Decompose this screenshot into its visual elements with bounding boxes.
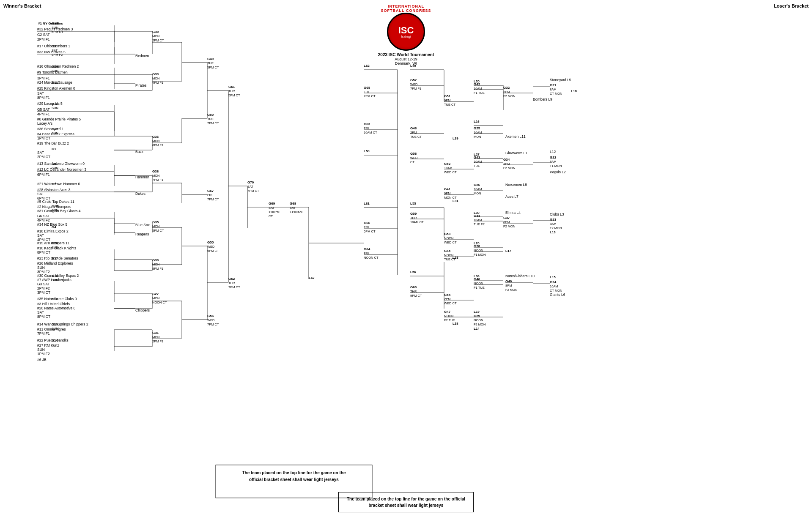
svg-text:L62: L62 [364, 64, 370, 68]
svg-text:SUN: SUN [52, 278, 58, 282]
page-container: Winner's Bracket Loser's Bracket INTERNA… [0, 0, 812, 525]
svg-text:G12: G12 [52, 102, 58, 106]
svg-text:Glowworm L1: Glowworm L1 [505, 151, 527, 155]
svg-text:L19: L19 [474, 310, 480, 314]
svg-text:G6    SAT: G6 SAT [37, 214, 50, 218]
svg-text:G50: G50 [207, 113, 214, 117]
svg-text:5PM    CT: 5PM CT [207, 249, 219, 253]
svg-text:G62: G62 [228, 277, 235, 281]
svg-text:#16 Ohsweken Redmen 2: #16 Ohsweken Redmen 2 [37, 64, 79, 68]
svg-text:L16: L16 [474, 120, 480, 123]
svg-text:TUE: TUE [207, 61, 214, 65]
svg-text:#21 Waterdown Hammer 6: #21 Waterdown Hammer 6 [37, 182, 80, 186]
svg-text:MON: MON [152, 139, 160, 143]
svg-text:SAT: SAT [37, 233, 44, 238]
svg-text:#12 LC Ostrander Norsemen 3: #12 LC Ostrander Norsemen 3 [37, 167, 86, 172]
svg-text:10AM: 10AM [550, 284, 558, 288]
svg-text:#29 Lacey A's 5: #29 Lacey A's 5 [37, 101, 63, 106]
svg-text:#1 NY Gremlins: #1 NY Gremlins [38, 22, 63, 25]
svg-text:2PM: 2PM [503, 90, 510, 94]
svg-text:THR: THR [228, 89, 235, 93]
svg-text:Giants L6: Giants L6 [550, 293, 565, 297]
svg-text:NOON: NOON [474, 318, 483, 322]
svg-text:8PM: 8PM [505, 284, 512, 287]
svg-text:NOON: NOON [444, 253, 454, 257]
svg-text:2PM    F1: 2PM F1 [152, 339, 163, 343]
svg-text:10AM: 10AM [474, 131, 482, 134]
svg-text:G14: G14 [52, 339, 58, 342]
svg-text:G48: G48 [410, 126, 417, 130]
svg-text:#31 Georgian Bay Giants 4: #31 Georgian Bay Giants 4 [37, 209, 81, 213]
svg-text:G35: G35 [152, 220, 159, 224]
bracket-svg: #1 NY Gremlins #32 Peguis Redmen 3 G2 SA… [0, 0, 812, 525]
svg-text:10AM: 10AM [474, 87, 482, 90]
svg-text:Reapers: Reapers [135, 232, 149, 236]
svg-text:WED: WED [207, 318, 215, 322]
svg-text:WED    CT: WED CT [444, 301, 457, 305]
svg-text:SUN: SUN [52, 246, 58, 249]
svg-text:L49: L49 [410, 64, 416, 68]
svg-text:Dukes: Dukes [135, 191, 145, 196]
svg-text:official bracket sheet shall w: official bracket sheet shall wear light … [249, 477, 339, 482]
svg-text:G60: G60 [410, 285, 417, 289]
svg-text:G5    SAT: G5 SAT [37, 107, 50, 112]
svg-text:SAT: SAT [269, 206, 274, 210]
svg-text:9PM: 9PM [444, 98, 450, 102]
svg-text:G29: G29 [474, 314, 480, 318]
svg-text:L18: L18 [571, 89, 577, 93]
svg-text:L14: L14 [474, 327, 480, 331]
svg-text:Aces L7: Aces L7 [505, 194, 518, 199]
svg-text:G66: G66 [364, 221, 370, 225]
svg-text:NOON    CT: NOON CT [364, 256, 379, 260]
svg-text:TUE    CT: TUE CT [444, 257, 456, 261]
svg-text:10AM    CT: 10AM CT [410, 220, 424, 224]
svg-text:3PM    CT: 3PM CT [37, 290, 50, 295]
svg-text:The team placed on the top lin: The team placed on the top line for the … [242, 470, 346, 475]
svg-text:G37: G37 [503, 216, 510, 220]
svg-text:#6 JB: #6 JB [37, 358, 47, 362]
svg-text:G38: G38 [152, 170, 159, 173]
svg-text:L56: L56 [410, 270, 416, 274]
svg-text:SUN: SUN [52, 131, 58, 135]
svg-text:WED: WED [410, 82, 418, 86]
svg-text:5PM    CT: 5PM CT [207, 66, 219, 69]
svg-text:THR: THR [410, 216, 417, 220]
svg-text:G45: G45 [444, 249, 451, 253]
svg-text:Hammer: Hammer [135, 175, 149, 179]
svg-text:G70: G70 [247, 180, 254, 184]
svg-text:F2    MON: F2 MON [550, 226, 562, 230]
svg-text:8PM    CT: 8PM CT [37, 250, 50, 254]
svg-text:SAT: SAT [37, 310, 44, 314]
svg-text:F1    TUE: F1 TUE [474, 286, 485, 290]
svg-text:F2    MON: F2 MON [503, 224, 515, 228]
svg-text:L38: L38 [453, 322, 458, 325]
svg-text:F2    MON: F2 MON [505, 288, 517, 292]
svg-text:G36: G36 [152, 135, 159, 139]
svg-text:G9: G9 [52, 44, 56, 48]
svg-text:G51: G51 [444, 94, 451, 98]
svg-text:1PM    F2: 1PM F2 [37, 352, 50, 356]
svg-text:9PM: 9PM [444, 191, 450, 195]
svg-text:MON: MON [152, 224, 160, 228]
svg-text:6PM: 6PM [503, 220, 510, 224]
svg-text:WED    CT: WED CT [444, 241, 457, 244]
svg-text:8PM    F1: 8PM F1 [152, 267, 163, 271]
svg-text:G11: G11 [52, 81, 58, 85]
svg-text:L50: L50 [364, 149, 370, 153]
svg-text:G34: G34 [503, 158, 510, 161]
svg-text:MON: MON [474, 135, 481, 139]
svg-text:G2    SAT: G2 SAT [37, 33, 50, 37]
svg-text:#13 San Antonio Glowworm 0: #13 San Antonio Glowworm 0 [37, 161, 85, 166]
svg-text:TUE    F2: TUE F2 [474, 222, 485, 226]
svg-text:CT: CT [410, 160, 414, 164]
svg-text:G58: G58 [410, 152, 417, 156]
svg-text:Pirates: Pirates [135, 83, 146, 88]
svg-text:G52: G52 [444, 162, 451, 166]
svg-text:NOON: NOON [474, 249, 483, 252]
svg-text:11:00AM: 11:00AM [290, 210, 302, 214]
svg-text:Axemen L11: Axemen L11 [505, 134, 526, 139]
svg-text:Norsemen L8: Norsemen L8 [505, 183, 527, 187]
svg-text:G23: G23 [550, 218, 557, 221]
svg-text:G32: G32 [503, 86, 510, 90]
svg-text:F1    MON: F1 MON [474, 253, 486, 257]
